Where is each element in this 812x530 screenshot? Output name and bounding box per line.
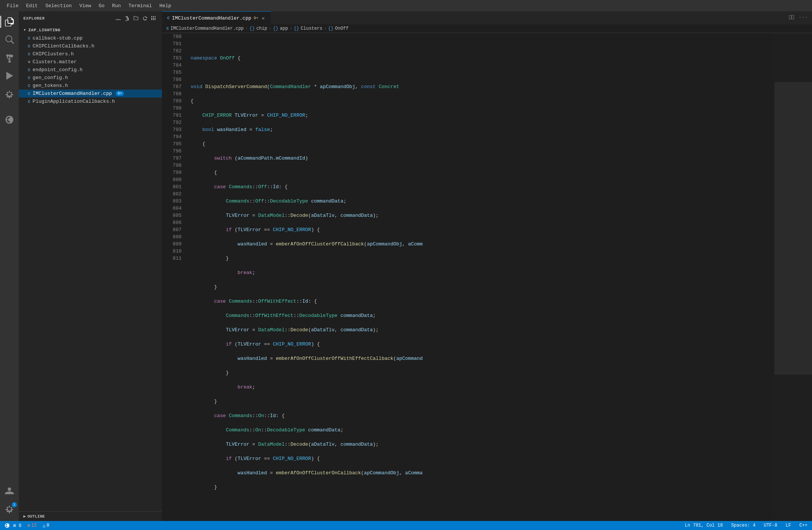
line-781: namespace OnOff { [191, 55, 774, 62]
file-item-endpoint-config[interactable]: C endpoint_config.h [19, 66, 162, 74]
line-805: } [191, 398, 774, 405]
run-activity-icon[interactable] [0, 67, 18, 85]
minimap-slider[interactable] [774, 82, 812, 375]
file-item-chipclusters[interactable]: C CHIPClusters.h [19, 50, 162, 58]
line-807: Commands::On::DecodableType commandData; [191, 426, 774, 434]
breadcrumb-sep-1: › [245, 26, 248, 31]
outline-section[interactable]: ▶ OUTLINE [19, 511, 162, 521]
more-actions-icon[interactable]: ··· [797, 13, 809, 23]
outline-arrow: ▶ [23, 514, 26, 519]
file-name: IMClusterCommandHandler.cpp [33, 91, 112, 96]
remote-activity-icon[interactable] [0, 111, 18, 129]
breadcrumb-sep-icon-1: {} [249, 26, 255, 31]
menubar: File Edit Selection View Go Run Terminal… [0, 0, 812, 11]
statusbar-language[interactable]: C++ [798, 523, 809, 528]
file-item-imcluster[interactable]: C IMClusterCommandHandler.cpp 9+ [19, 90, 162, 97]
remote-label: ⊞ 0 [13, 523, 21, 528]
sidebar: EXPLORER ﹏ [19, 11, 162, 521]
line-794: wasHandled = emberAfOnOffClusterOffCallb… [191, 241, 774, 248]
breadcrumb-onoff[interactable]: OnOff [335, 26, 349, 31]
line-810: wasHandled = emberAfOnOffClusterOnCallba… [191, 469, 774, 477]
sidebar-title: EXPLORER [23, 16, 45, 21]
statusbar-errors[interactable]: ⊗ 12 [26, 523, 38, 528]
outline-label: OUTLINE [27, 514, 45, 519]
breadcrumb-chip[interactable]: chip [256, 26, 267, 31]
h-file-icon: C [28, 68, 31, 72]
settings-badge: 1 [12, 502, 17, 507]
file-item-gen-config[interactable]: C gen_config.h [19, 74, 162, 82]
h-file-icon: C [28, 44, 31, 49]
settings-activity-icon[interactable]: 1 [0, 500, 18, 518]
menu-view[interactable]: View [76, 2, 95, 10]
file-item-chipclientcallbacks[interactable]: C CHIPClientCallbacks.h [19, 42, 162, 50]
line-789: { [191, 169, 774, 176]
file-name: endpoint_config.h [33, 67, 83, 73]
menu-terminal[interactable]: Terminal [125, 2, 156, 10]
tab-imcluster[interactable]: C IMClusterCommandHandler.cpp 9+ ✕ [162, 11, 271, 24]
line-790: case Commands::Off::Id: { [191, 183, 774, 190]
line-808: TLVError = DataModel::Decode(aDataTlv, c… [191, 441, 774, 448]
file-item-callback-stub[interactable]: C callback-stub.cpp [19, 34, 162, 42]
file-item-pluginappcallbacks[interactable]: C PluginApplicationCallbacks.h [19, 97, 162, 105]
line-806: case Commands::On::Id: { [191, 412, 774, 419]
statusbar-left: ⊞ 0 ⊗ 12 △ 0 [3, 523, 51, 528]
folder-arrow: ▾ [23, 27, 26, 33]
extensions-activity-icon[interactable] [0, 85, 18, 103]
line-803: } [191, 369, 774, 376]
line-786: bool wasHandled = false; [191, 126, 774, 133]
folder-label[interactable]: ▾ ZAP_LIGHTING [19, 26, 162, 34]
line-802: wasHandled = emberAfOnOffClusterOffWithE… [191, 355, 774, 362]
new-file-icon[interactable]: ﹏ [115, 14, 130, 23]
cpp-file-icon: C [28, 91, 31, 96]
statusbar-line-ending[interactable]: LF [784, 523, 792, 528]
breadcrumb-filename[interactable]: IMClusterCommandHandler.cpp [171, 26, 244, 31]
file-item-clusters-matter[interactable]: ≡ Clusters.matter [19, 58, 162, 66]
breadcrumb-clusters[interactable]: Clusters [301, 26, 322, 31]
line-809: if (TLVError == CHIP_NO_ERROR) { [191, 455, 774, 462]
source-control-activity-icon[interactable] [0, 49, 18, 67]
line-811: } [191, 484, 774, 491]
tab-close-button[interactable]: ✕ [261, 15, 265, 21]
menu-help[interactable]: Help [156, 2, 175, 10]
menu-go[interactable]: Go [95, 2, 108, 10]
statusbar-spaces[interactable]: Spaces: 4 [730, 523, 757, 528]
code-content[interactable]: namespace OnOff { void DispatchServerCom… [185, 33, 774, 521]
file-name: CHIPClientCallbacks.h [33, 43, 95, 49]
file-name: gen_config.h [33, 75, 68, 81]
error-icon: ⊗ [27, 523, 30, 528]
file-name: Clusters.matter [33, 59, 77, 65]
file-item-gen-tokens[interactable]: C gen_tokens.h [19, 82, 162, 90]
search-activity-icon[interactable] [0, 31, 18, 49]
statusbar-position[interactable]: Ln 781, Col 18 [683, 523, 724, 528]
split-editor-icon[interactable] [788, 13, 796, 23]
h-file-icon: C [28, 52, 31, 56]
account-activity-icon[interactable] [0, 482, 18, 500]
statusbar-remote[interactable]: ⊞ 0 [3, 523, 23, 528]
minimap[interactable] [774, 33, 812, 521]
statusbar-encoding[interactable]: UTF-8 [762, 523, 779, 528]
line-795: } [191, 255, 774, 262]
line-800: TLVError = DataModel::Decode(aDataTlv, c… [191, 326, 774, 334]
menu-selection[interactable]: Selection [41, 2, 75, 10]
line-799: Commands::OffWithEffect::DecodableType c… [191, 312, 774, 319]
explorer-activity-icon[interactable] [0, 13, 18, 31]
cpp-file-icon: C [28, 36, 31, 41]
line-787: { [191, 140, 774, 148]
collapse-icon[interactable] [151, 14, 157, 23]
tab-bar-actions: ··· [785, 13, 812, 23]
menu-edit[interactable]: Edit [22, 2, 41, 10]
tab-bar: C IMClusterCommandHandler.cpp 9+ ✕ ··· [162, 11, 812, 24]
breadcrumb-sep-icon-3: {} [294, 26, 299, 31]
statusbar-warnings[interactable]: △ 0 [41, 523, 50, 528]
breadcrumb-sep-icon-4: {} [328, 26, 333, 31]
line-797: } [191, 283, 774, 291]
new-folder-icon[interactable] [133, 14, 139, 23]
folder-name: ZAP_LIGHTING [28, 28, 60, 32]
file-badge: 9+ [116, 91, 124, 96]
breadcrumb-app[interactable]: app [280, 26, 288, 31]
refresh-icon[interactable] [142, 14, 148, 23]
line-780 [191, 40, 774, 47]
h-file-icon: C [28, 76, 31, 80]
menu-run[interactable]: Run [108, 2, 124, 10]
menu-file[interactable]: File [3, 2, 22, 10]
